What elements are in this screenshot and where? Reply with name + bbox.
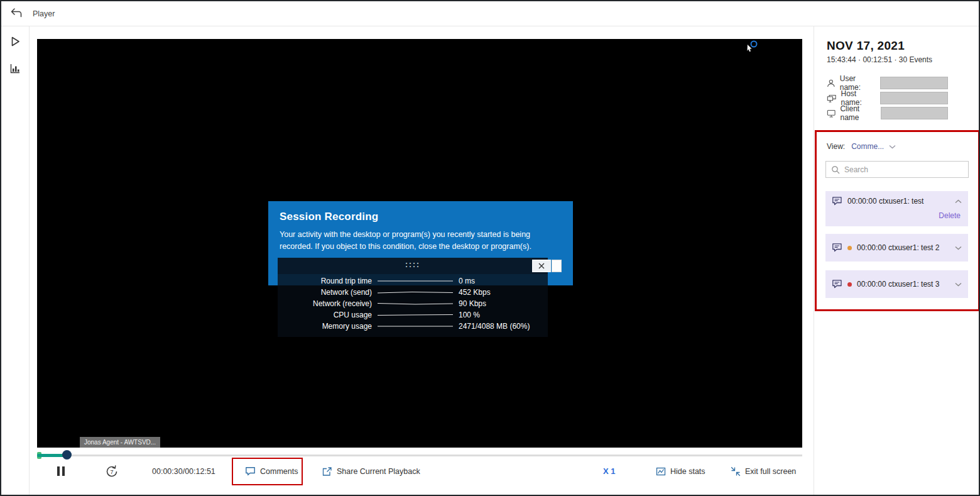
seek-bar-track[interactable]	[37, 455, 802, 456]
exit-fullscreen-icon	[731, 466, 741, 477]
redacted-host-name-value	[880, 92, 948, 104]
pointer-highlight-icon	[744, 39, 760, 55]
seek-knob[interactable]	[62, 450, 72, 460]
recording-date: NOV 17, 2021	[827, 39, 905, 53]
hide-stats-button[interactable]: Hide stats	[656, 466, 705, 477]
comment-item[interactable]: 00:00:00 ctxuser1: test Delete	[825, 191, 968, 226]
top-bar: Player	[1, 1, 979, 26]
right-panel: NOV 17, 2021 15:43:44 · 00:12:51 · 30 Ev…	[814, 26, 980, 496]
redacted-client-name-value	[881, 107, 948, 119]
playback-time: 00:00:30/00:12:51	[152, 467, 215, 476]
stats-row: Round trip time 0 ms	[278, 275, 548, 287]
exit-fullscreen-button[interactable]: Exit full screen	[731, 466, 796, 477]
share-playback-button[interactable]: Share Current Playback	[322, 466, 420, 477]
video-area[interactable]: Session Recording Your activity with the…	[37, 39, 802, 448]
hide-stats-label: Hide stats	[670, 467, 705, 476]
play-view-button[interactable]	[9, 35, 21, 50]
close-icon	[538, 263, 545, 269]
comment-bubble-icon	[832, 243, 842, 253]
bar-chart-icon	[9, 62, 21, 75]
video-watermark: Jonas Agent - AWTSVD...	[80, 437, 160, 448]
share-icon	[322, 466, 332, 477]
redacted-user-name-value	[880, 77, 948, 89]
drag-dots-icon: ::::	[405, 260, 420, 269]
stat-sparkline	[378, 312, 453, 317]
view-dropdown[interactable]: Comme...	[851, 142, 896, 151]
dialog-title: Session Recording	[280, 211, 573, 223]
comment-color-dot-red	[847, 282, 852, 287]
search-icon	[831, 165, 840, 174]
stat-value: 100 %	[459, 311, 480, 319]
stat-label: CPU usage	[278, 311, 372, 319]
field-row-client-name: Client name	[827, 106, 948, 120]
pause-button[interactable]	[57, 466, 65, 477]
search-box	[825, 161, 969, 178]
field-row-user-name: User name:	[827, 76, 948, 90]
host-icon	[827, 94, 836, 103]
comment-text: 00:00:00 ctxuser1: test 3	[857, 280, 939, 289]
stat-label: Network (send)	[278, 288, 372, 297]
rewind-seconds-label: 7	[110, 469, 113, 475]
stat-label: Memory usage	[278, 322, 372, 331]
comments-button[interactable]: Comments	[245, 466, 298, 477]
pause-icon	[57, 466, 65, 477]
app-window: { "topbar": { "title": "Player" }, "vide…	[0, 0, 980, 496]
playback-speed-button[interactable]: X 1	[603, 466, 616, 476]
chevron-down-icon	[955, 282, 962, 287]
stats-row: CPU usage 100 %	[278, 309, 548, 321]
stats-row: Network (receive) 90 Kbps	[278, 298, 548, 309]
stat-sparkline	[378, 301, 453, 306]
view-label: View:	[827, 142, 845, 151]
chevron-down-icon	[889, 145, 896, 149]
comment-bubble-icon	[832, 279, 842, 289]
play-icon	[9, 35, 21, 48]
comments-button-label: Comments	[260, 467, 298, 476]
exit-fullscreen-label: Exit full screen	[745, 467, 796, 476]
stat-sparkline	[378, 278, 453, 284]
delete-comment-link[interactable]: Delete	[825, 211, 968, 220]
stats-chart-icon	[656, 466, 666, 477]
comment-icon	[245, 466, 256, 477]
client-monitor-icon	[827, 109, 836, 118]
stats-close-button[interactable]	[532, 260, 551, 272]
comment-color-dot-orange	[847, 246, 852, 250]
comment-item-header: 00:00:00 ctxuser1: test 3	[825, 270, 968, 298]
stats-row: Memory usage 2471/4088 MB (60%)	[278, 321, 548, 332]
rewind-7-icon: 7	[104, 463, 120, 480]
stats-rows: Round trip time 0 ms Network (send) 452 …	[278, 274, 548, 337]
share-button-label: Share Current Playback	[337, 467, 420, 476]
stats-secondary-button[interactable]	[552, 260, 562, 272]
view-selector-row: View: Comme...	[827, 142, 896, 151]
dialog-body: Your activity with the desktop or progra…	[280, 229, 559, 253]
view-dropdown-value: Comme...	[851, 142, 884, 151]
stats-drag-handle[interactable]: ::::	[278, 258, 548, 274]
page-title: Player	[33, 9, 55, 18]
rewind-7-button[interactable]: 7	[104, 463, 120, 480]
comment-bubble-icon	[832, 196, 842, 206]
field-label: Client name	[840, 104, 876, 122]
field-row-host-name: Host name:	[827, 91, 948, 105]
comment-item[interactable]: 00:00:00 ctxuser1: test 2	[825, 234, 968, 262]
stat-value: 90 Kbps	[459, 299, 486, 308]
search-input[interactable]	[844, 165, 963, 174]
comment-text: 00:00:00 ctxuser1: test	[847, 197, 923, 206]
stat-label: Round trip time	[278, 277, 372, 285]
stat-label: Network (receive)	[278, 299, 372, 308]
back-arrow-icon	[10, 7, 23, 18]
user-icon	[827, 79, 836, 88]
chevron-up-icon	[955, 199, 962, 204]
comment-item[interactable]: 00:00:00 ctxuser1: test 3	[825, 270, 968, 298]
stats-row: Network (send) 452 Kbps	[278, 287, 548, 298]
comment-item-header: 00:00:00 ctxuser1: test 2	[825, 234, 968, 262]
session-stats-overlay: :::: Round trip time 0 ms Network (send)…	[278, 258, 548, 337]
comment-item-header: 00:00:00 ctxuser1: test	[825, 191, 968, 211]
chevron-down-icon	[955, 246, 962, 250]
stat-value: 0 ms	[459, 277, 475, 285]
stat-sparkline	[378, 324, 453, 329]
left-rail	[1, 26, 30, 496]
events-stats-button[interactable]	[9, 62, 21, 77]
comment-text: 00:00:00 ctxuser1: test 2	[857, 243, 939, 252]
stat-value: 452 Kbps	[459, 288, 491, 297]
recording-meta: 15:43:44 · 00:12:51 · 30 Events	[827, 55, 932, 64]
back-button[interactable]	[10, 7, 23, 20]
